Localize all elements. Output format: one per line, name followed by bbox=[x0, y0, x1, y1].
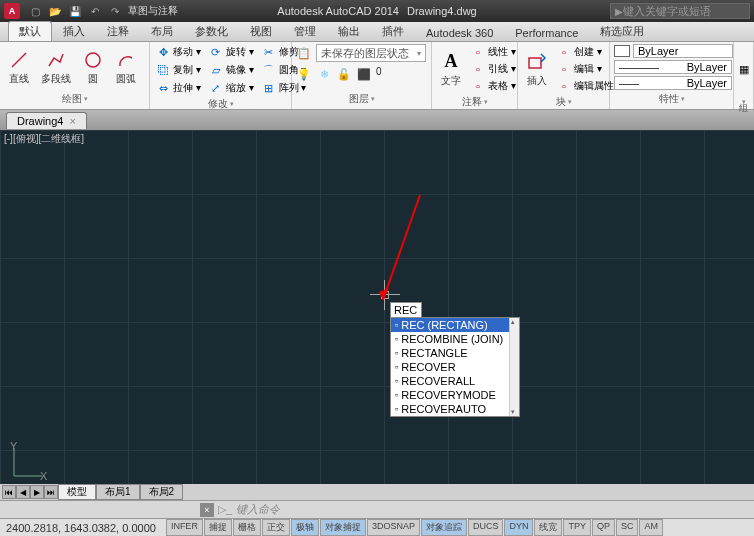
ribbon-tab-4[interactable]: 参数化 bbox=[184, 21, 239, 41]
panel-draw: 直线多段线圆圆弧 绘图 bbox=[0, 42, 150, 109]
text-button[interactable]: A 文字 bbox=[436, 49, 466, 90]
status-QP[interactable]: QP bbox=[592, 519, 615, 536]
panel-draw-title[interactable]: 绘图 bbox=[4, 91, 145, 107]
annot-引线[interactable]: ▫引线 ▾ bbox=[469, 61, 518, 77]
menubar-label[interactable]: 草图与注释 bbox=[128, 4, 178, 18]
modify-缩放[interactable]: ⤢缩放 ▾ bbox=[207, 80, 256, 96]
qat-undo-icon[interactable]: ↶ bbox=[88, 4, 102, 18]
status-INFER[interactable]: INFER bbox=[166, 519, 203, 536]
color-dropdown[interactable]: ByLayer bbox=[633, 44, 733, 58]
panel-group: ▦ 组 bbox=[734, 42, 754, 109]
panel-group-title[interactable]: 组 bbox=[738, 95, 749, 107]
layer-props-icon[interactable]: 📋 bbox=[296, 45, 312, 61]
cmd-close-icon[interactable]: × bbox=[200, 503, 214, 517]
panel-layer-title[interactable]: 图层 bbox=[296, 91, 427, 107]
modify-移动[interactable]: ✥移动 ▾ bbox=[154, 44, 203, 60]
qat-open-icon[interactable]: 📂 bbox=[48, 4, 62, 18]
dynamic-input[interactable]: REC bbox=[390, 302, 422, 318]
ribbon-tab-0[interactable]: 默认 bbox=[8, 21, 52, 41]
modify-拉伸[interactable]: ⇔拉伸 ▾ bbox=[154, 80, 203, 96]
tab-next-icon[interactable]: ▶ bbox=[30, 485, 44, 499]
modify-镜像[interactable]: ▱镜像 ▾ bbox=[207, 62, 256, 78]
group-icon[interactable]: ▦ bbox=[738, 62, 749, 78]
modify-旋转[interactable]: ⟳旋转 ▾ bbox=[207, 44, 256, 60]
status-正交[interactable]: 正交 bbox=[262, 519, 290, 536]
panel-props-title[interactable]: 特性 bbox=[614, 91, 729, 107]
help-search[interactable]: ▶ 键入关键字或短语 bbox=[610, 3, 750, 19]
ribbon-tab-10[interactable]: Performance bbox=[504, 24, 589, 41]
coordinates[interactable]: 2400.2818, 1643.0382, 0.0000 bbox=[0, 522, 162, 534]
status-栅格[interactable]: 栅格 bbox=[233, 519, 261, 536]
layer-on-icon[interactable]: 💡 bbox=[296, 66, 312, 82]
ribbon-tab-3[interactable]: 布局 bbox=[140, 21, 184, 41]
insert-button[interactable]: 插入 bbox=[522, 49, 552, 90]
annot-表格[interactable]: ▫表格 ▾ bbox=[469, 78, 518, 94]
cmd-chevron-icon: ▷_ bbox=[218, 503, 232, 516]
ac-item-2[interactable]: ▫RECTANGLE bbox=[391, 346, 519, 360]
status-线宽[interactable]: 线宽 bbox=[534, 519, 562, 536]
ribbon-tab-7[interactable]: 输出 bbox=[327, 21, 371, 41]
ac-item-0[interactable]: ▫REC (RECTANG) bbox=[391, 318, 519, 332]
status-SC[interactable]: SC bbox=[616, 519, 639, 536]
color-swatch[interactable] bbox=[614, 45, 630, 57]
ac-item-1[interactable]: ▫RECOMBINE (JOIN) bbox=[391, 332, 519, 346]
qat-redo-icon[interactable]: ↷ bbox=[108, 4, 122, 18]
status-极轴[interactable]: 极轴 bbox=[291, 519, 319, 536]
command-line[interactable]: × ▷_ 键入命令 bbox=[0, 500, 754, 518]
panel-annot-title[interactable]: 注释 bbox=[436, 94, 513, 110]
status-DYN[interactable]: DYN bbox=[504, 519, 533, 536]
viewport-label[interactable]: [-][俯视][二维线框] bbox=[4, 132, 84, 146]
statusbar: 2400.2818, 1643.0382, 0.0000 INFER捕捉栅格正交… bbox=[0, 518, 754, 536]
linetype-dropdown[interactable]: ———— ByLayer bbox=[614, 60, 732, 74]
layer-state-dropdown[interactable]: 未保存的图层状态 bbox=[316, 44, 426, 62]
status-DUCS[interactable]: DUCS bbox=[468, 519, 504, 536]
status-捕捉[interactable]: 捕捉 bbox=[204, 519, 232, 536]
status-3DOSNAP[interactable]: 3DOSNAP bbox=[367, 519, 420, 536]
panel-layer: 📋 未保存的图层状态 💡 ❄ 🔓 ⬛ 0 图层 bbox=[292, 42, 432, 109]
ribbon-tab-8[interactable]: 插件 bbox=[371, 21, 415, 41]
annot-线性[interactable]: ▫线性 ▾ bbox=[469, 44, 518, 60]
panel-block-title[interactable]: 块 bbox=[522, 94, 605, 110]
autocomplete-scrollbar[interactable] bbox=[509, 318, 519, 416]
ribbon-tab-6[interactable]: 管理 bbox=[283, 21, 327, 41]
draw-圆弧[interactable]: 圆弧 bbox=[111, 47, 141, 88]
tab-first-icon[interactable]: ⏮ bbox=[2, 485, 16, 499]
lineweight-dropdown[interactable]: —— ByLayer bbox=[614, 76, 732, 90]
status-TPY[interactable]: TPY bbox=[563, 519, 591, 536]
layer-lock-icon[interactable]: 🔓 bbox=[336, 66, 352, 82]
ribbon-tab-11[interactable]: 精选应用 bbox=[589, 21, 655, 41]
panel-block: 插入 ▫创建 ▾▫编辑 ▾▫编辑属性 ▾ 块 bbox=[518, 42, 610, 109]
qat-new-icon[interactable]: ▢ bbox=[28, 4, 42, 18]
layer-freeze-icon[interactable]: ❄ bbox=[316, 66, 332, 82]
draw-多段线[interactable]: 多段线 bbox=[37, 47, 75, 88]
panel-modify-title[interactable]: 修改 bbox=[154, 96, 287, 112]
ac-item-4[interactable]: ▫RECOVERALL bbox=[391, 374, 519, 388]
drawing-canvas[interactable]: [-][俯视][二维线框] REC ▫REC (RECTANG)▫RECOMBI… bbox=[0, 130, 754, 500]
draw-直线[interactable]: 直线 bbox=[4, 47, 34, 88]
layout-tab-0[interactable]: 模型 bbox=[58, 484, 96, 500]
status-对象捕捉[interactable]: 对象捕捉 bbox=[320, 519, 366, 536]
app-icon[interactable]: A bbox=[4, 3, 20, 19]
doc-tabs: Drawing4 × bbox=[0, 110, 754, 130]
ac-item-3[interactable]: ▫RECOVER bbox=[391, 360, 519, 374]
doc-name: Drawing4.dwg bbox=[407, 5, 477, 17]
ribbon-tab-1[interactable]: 插入 bbox=[52, 21, 96, 41]
close-tab-icon[interactable]: × bbox=[69, 115, 75, 127]
ribbon-tab-2[interactable]: 注释 bbox=[96, 21, 140, 41]
ribbon-tab-9[interactable]: Autodesk 360 bbox=[415, 24, 504, 41]
layout-tab-2[interactable]: 布局2 bbox=[140, 484, 184, 500]
ribbon-tab-5[interactable]: 视图 bbox=[239, 21, 283, 41]
layer-color-icon[interactable]: ⬛ bbox=[356, 66, 372, 82]
tab-prev-icon[interactable]: ◀ bbox=[16, 485, 30, 499]
ac-item-6[interactable]: ▫RECOVERAUTO bbox=[391, 402, 519, 416]
status-对象追踪[interactable]: 对象追踪 bbox=[421, 519, 467, 536]
ac-item-5[interactable]: ▫RECOVERYMODE bbox=[391, 388, 519, 402]
ucs-icon[interactable]: X Y bbox=[8, 442, 48, 482]
doc-tab-active[interactable]: Drawing4 × bbox=[6, 112, 87, 129]
tab-last-icon[interactable]: ⏭ bbox=[44, 485, 58, 499]
qat-save-icon[interactable]: 💾 bbox=[68, 4, 82, 18]
status-AM[interactable]: AM bbox=[639, 519, 663, 536]
modify-复制[interactable]: ⿻复制 ▾ bbox=[154, 62, 203, 78]
draw-圆[interactable]: 圆 bbox=[78, 47, 108, 88]
layout-tab-1[interactable]: 布局1 bbox=[96, 484, 140, 500]
